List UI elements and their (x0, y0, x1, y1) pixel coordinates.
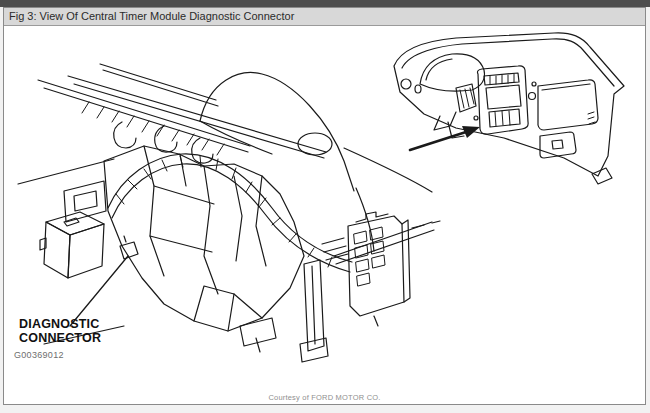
line-art-drawing (4, 26, 645, 403)
figure-id: G00369012 (14, 350, 64, 360)
credit-line: Courtesy of FORD MOTOR CO. (4, 393, 645, 402)
location-arrow (410, 126, 480, 150)
figure-title-bar: Fig 3: View Of Central Timer Module Diag… (4, 8, 645, 26)
relay-module (40, 212, 104, 278)
central-timer-module (300, 212, 440, 362)
dashboard-inset (394, 33, 624, 184)
figure-content: DIAGNOSTIC CONNECTOR G00369012 Courtesy … (4, 26, 645, 403)
diagnostic-connector-label: DIAGNOSTIC CONNECTOR (19, 317, 101, 345)
wiring-harness (108, 154, 352, 272)
top-strip (0, 0, 650, 7)
dash-top-pad (200, 73, 432, 251)
figure-title: Fig 3: View Of Central Timer Module Diag… (9, 10, 294, 22)
figure-window: Fig 3: View Of Central Timer Module Diag… (3, 7, 646, 405)
